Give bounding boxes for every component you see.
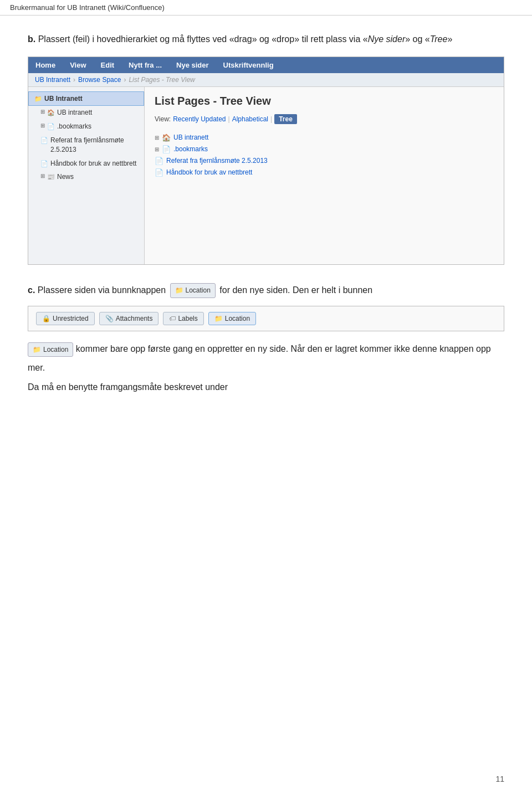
section-b: b. Plassert (feil) i hovedhierarkiet og … [28,32,504,265]
sidebar-item-ub-intranett[interactable]: 📁 UB Intranett [28,91,144,106]
section-b-body: Plassert (feil) i hovedhierarkiet og må … [38,34,453,44]
lock-icon: 🔒 [42,315,50,322]
section-c-label: c. [28,285,35,295]
bar-btn-location[interactable]: 📁 Location [208,312,256,325]
confluence-sidebar: 📁 UB Intranett ⊞ 🏠 UB intranett ⊞ 📄 .boo… [28,87,145,264]
home-icon: 🏠 [47,109,55,117]
attach-icon: 📎 [105,315,114,322]
sidebar-item-news[interactable]: ⊞ 📰 News [28,170,144,184]
confluence-breadcrumb: UB Intranett › Browse Space › List Pages… [28,73,504,87]
view-recently-updated[interactable]: Recently Updated [173,115,226,123]
expand-icon: ⊞ [40,108,45,116]
menu-home[interactable]: Home [28,57,63,73]
bar-btn-unrestricted[interactable]: 🔒 Unrestricted [36,312,95,325]
tree-page-icon-2: 📄 [155,157,163,165]
bar-btn-attachments[interactable]: 📎 Attachments [99,312,159,325]
tree-item-ub: ⊞ 🏠 UB intranett [155,132,494,143]
tree-link-ub[interactable]: UB intranett [173,134,208,141]
sidebar-item-handbok[interactable]: 📄 Håndbok for bruk av nettbrett [28,157,144,171]
section-c: c. Plassere siden via bunnknappen 📁 Loca… [28,283,504,395]
breadcrumb-browse[interactable]: Browse Space [78,76,121,84]
sidebar-item-referat[interactable]: 📄 Referat fra fjernlånsmøte 2.5.2013 [28,134,144,157]
tree-item-bookmarks: ⊞ 📄 .bookmarks [155,143,494,155]
conf-tree-list: ⊞ 🏠 UB intranett ⊞ 📄 .bookmarks 📄 [155,132,494,178]
tree-expand-1[interactable]: ⊞ [155,135,159,141]
confluence-menubar: Home View Edit Nytt fra ... Nye sider Ut… [28,57,504,73]
folder-icon: 📁 [34,95,42,103]
header-title: Brukermanual for UB Intranett (Wiki/Conf… [10,3,165,12]
menu-nytt[interactable]: Nytt fra ... [121,57,169,73]
sidebar-item-ub-intranett-child[interactable]: ⊞ 🏠 UB intranett [28,106,144,120]
menu-utskrift[interactable]: Utskriftvennlig [216,57,281,73]
page-icon: 📄 [47,122,55,131]
location-small-icon: 📁 [33,344,41,355]
section-c-text1: c. Plassere siden via bunnknappen 📁 Loca… [28,283,504,298]
tree-expand-2[interactable]: ⊞ [155,146,159,152]
page-icon-3: 📄 [40,160,48,168]
menu-view[interactable]: View [63,57,93,73]
menu-edit[interactable]: Edit [94,57,122,73]
confluence-body: 📁 UB Intranett ⊞ 🏠 UB intranett ⊞ 📄 .boo… [28,87,504,264]
tree-item-referat: 📄 Referat fra fjernlånsmøte 2.5.2013 [155,155,494,167]
bar-btn-attachments-label: Attachments [116,315,153,322]
expand-icon-3: ⊞ [40,172,45,180]
label-icon: 🏷 [169,315,176,322]
page-number: 11 [495,775,504,783]
section-b-text: b. Plassert (feil) i hovedhierarkiet og … [28,32,504,47]
tree-link-bookmarks[interactable]: .bookmarks [173,145,208,153]
page-header: Brukermanual for UB Intranett (Wiki/Conf… [0,0,532,16]
conf-view-bar: View: Recently Updated | Alphabetical | … [155,114,494,124]
tree-home-icon: 🏠 [162,134,171,142]
menu-nye-sider[interactable]: Nye sider [169,57,216,73]
sidebar-item-bookmarks[interactable]: ⊞ 📄 .bookmarks [28,120,144,134]
breadcrumb-ub[interactable]: UB Intranett [35,76,70,84]
location-btn-label: Location [186,285,211,296]
section-b-label: b. [28,34,35,44]
section-c-body3: kommer bare opp første gang en oppretter… [28,344,491,372]
conf-page-title: List Pages - Tree View [155,95,494,107]
confluence-screenshot-tree: Home View Edit Nytt fra ... Nye sider Ut… [28,57,504,265]
view-label: View: [155,115,171,123]
section-c-body2: for den nye siden. Den er helt i bunnen [219,285,372,295]
section-c-text3: 📁 Location kommer bare opp første gang e… [28,341,504,376]
view-tree-active[interactable]: Tree [274,114,297,124]
bar-btn-labels[interactable]: 🏷 Labels [163,312,203,325]
news-icon: 📰 [47,173,55,181]
section-c-text4: Da må en benytte framgangsmåte beskrevet… [28,380,504,394]
location-folder-icon: 📁 [175,285,183,296]
breadcrumb-current: List Pages - Tree View [129,76,195,84]
tree-page-icon-3: 📄 [155,168,163,177]
bar-btn-location-label: Location [225,315,250,322]
expand-icon-2: ⊞ [40,122,45,130]
bar-btn-labels-label: Labels [178,315,197,322]
section-c-body1: Plassere siden via bunnknappen [38,285,168,295]
tree-link-handbok[interactable]: Håndbok for bruk av nettbrett [166,168,252,176]
view-alphabetical[interactable]: Alphabetical [232,115,268,123]
location-small-label: Location [43,344,68,355]
tree-page-icon-1: 📄 [162,145,171,153]
tree-link-referat[interactable]: Referat fra fjernlånsmøte 2.5.2013 [166,157,268,165]
page-icon-2: 📄 [40,136,48,145]
bottom-bar-screenshot: 🔒 Unrestricted 📎 Attachments 🏷 Labels 📁 … [28,306,504,331]
confluence-main: List Pages - Tree View View: Recently Up… [145,87,504,264]
tree-item-handbok: 📄 Håndbok for bruk av nettbrett [155,167,494,178]
location-small-button[interactable]: 📁 Location [28,342,73,357]
bar-btn-unrestricted-label: Unrestricted [53,315,89,322]
location-icon: 📁 [214,315,223,322]
location-button-inline[interactable]: 📁 Location [170,283,216,298]
